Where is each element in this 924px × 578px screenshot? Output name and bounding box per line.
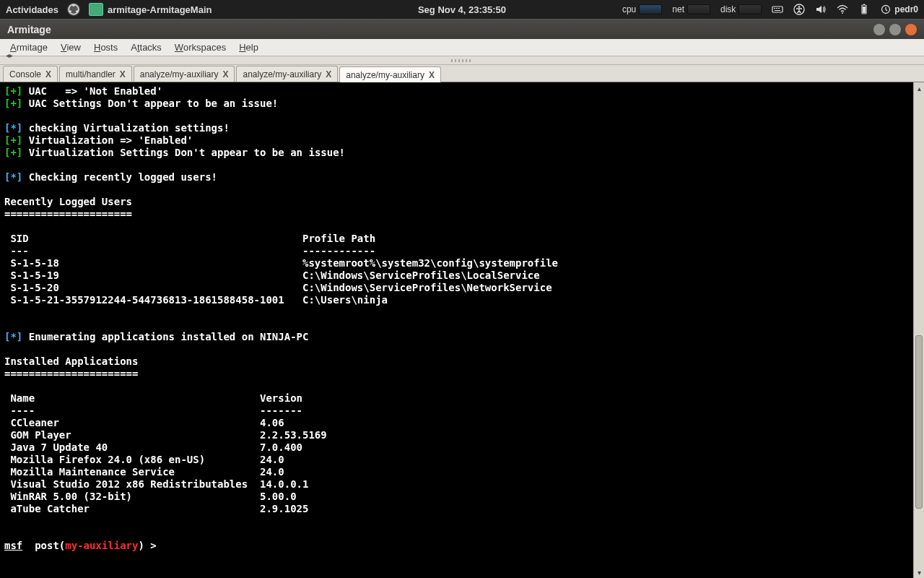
- tab-close-icon[interactable]: X: [429, 70, 435, 80]
- svg-point-11: [842, 12, 843, 14]
- net-indicator[interactable]: net: [672, 4, 710, 14]
- split-pane-grip[interactable]: ◂▸: [0, 56, 924, 65]
- activities-button[interactable]: Actividades: [6, 4, 58, 15]
- keyboard-indicator-icon[interactable]: [772, 4, 783, 15]
- app-menu-icon[interactable]: [67, 3, 80, 16]
- cpu-indicator[interactable]: cpu: [622, 4, 662, 14]
- menu-hosts[interactable]: Hosts: [88, 40, 123, 54]
- desktop-top-bar: Actividades armitage-ArmitageMain Seg No…: [0, 0, 924, 19]
- tab-close-icon[interactable]: X: [326, 69, 331, 79]
- tab-close-icon[interactable]: X: [120, 69, 126, 79]
- svg-rect-8: [775, 10, 780, 11]
- svg-point-2: [69, 10, 71, 12]
- svg-rect-14: [863, 7, 866, 13]
- svg-rect-5: [774, 8, 775, 9]
- menu-workspaces[interactable]: Workspaces: [169, 40, 232, 54]
- menu-attacks[interactable]: Attacks: [125, 40, 167, 54]
- menu-help[interactable]: Help: [233, 40, 264, 54]
- taskbar-app-entry[interactable]: armitage-ArmitageMain: [89, 3, 212, 16]
- splitter-chevron-icon: ◂▸: [6, 51, 13, 59]
- disk-graph-icon: [738, 4, 762, 14]
- tab-1[interactable]: multi/handlerX: [59, 66, 132, 82]
- window-close-button[interactable]: [905, 24, 917, 35]
- tab-close-icon[interactable]: X: [222, 69, 228, 79]
- tab-label: analyze/my-auxiliary: [243, 69, 321, 79]
- svg-rect-4: [772, 7, 783, 12]
- svg-rect-7: [778, 8, 780, 9]
- scroll-up-button[interactable]: ▴: [914, 82, 924, 94]
- menu-view[interactable]: View: [55, 40, 87, 54]
- svg-point-1: [72, 4, 74, 7]
- tab-2[interactable]: analyze/my-auxiliaryX: [134, 66, 235, 82]
- volume-icon[interactable]: [815, 4, 827, 15]
- tab-4[interactable]: analyze/my-auxiliaryX: [339, 66, 441, 82]
- net-label: net: [672, 4, 684, 14]
- tab-strip: ConsoleXmulti/handlerXanalyze/my-auxilia…: [0, 65, 924, 82]
- accessibility-icon[interactable]: [793, 4, 805, 15]
- net-graph-icon: [687, 4, 710, 14]
- tab-label: multi/handler: [66, 69, 116, 79]
- user-menu[interactable]: pedr0: [880, 4, 918, 15]
- splitter-handle-icon: [451, 59, 473, 62]
- vertical-scrollbar[interactable]: ▴ ▾: [913, 82, 924, 578]
- tab-label: analyze/my-auxiliary: [140, 69, 219, 79]
- disk-indicator[interactable]: disk: [720, 4, 762, 14]
- svg-point-3: [76, 10, 78, 12]
- battery-icon[interactable]: [858, 4, 870, 15]
- menu-bar: Armitage View Hosts Attacks Workspaces H…: [0, 39, 924, 56]
- tab-0[interactable]: ConsoleX: [3, 66, 58, 82]
- svg-rect-13: [863, 4, 865, 6]
- disk-label: disk: [720, 4, 736, 14]
- scroll-down-button[interactable]: ▾: [914, 566, 924, 578]
- tab-label: analyze/my-auxiliary: [346, 70, 424, 80]
- tab-close-icon[interactable]: X: [45, 69, 51, 79]
- scroll-thumb[interactable]: [915, 335, 923, 509]
- window-title-bar[interactable]: Armitage: [0, 19, 924, 39]
- window-maximize-button[interactable]: [889, 24, 901, 35]
- cpu-label: cpu: [622, 4, 636, 14]
- terminal-output[interactable]: [+] UAC => 'Not Enabled' [+] UAC Setting…: [0, 82, 913, 578]
- clock[interactable]: Seg Nov 4, 23:35:50: [418, 4, 506, 15]
- user-icon: [880, 4, 892, 15]
- wifi-icon[interactable]: [837, 4, 848, 15]
- username: pedr0: [894, 4, 918, 14]
- task-thumbnail-icon: [89, 3, 103, 16]
- tab-3[interactable]: analyze/my-auxiliaryX: [236, 66, 338, 82]
- svg-rect-6: [776, 8, 777, 9]
- task-title: armitage-ArmitageMain: [108, 4, 212, 15]
- svg-point-10: [798, 6, 801, 8]
- cpu-graph-icon: [639, 4, 662, 14]
- terminal-panel: [+] UAC => 'Not Enabled' [+] UAC Setting…: [0, 82, 924, 578]
- tab-label: Console: [9, 69, 41, 79]
- window-title: Armitage: [7, 24, 51, 35]
- window-minimize-button[interactable]: [873, 24, 885, 35]
